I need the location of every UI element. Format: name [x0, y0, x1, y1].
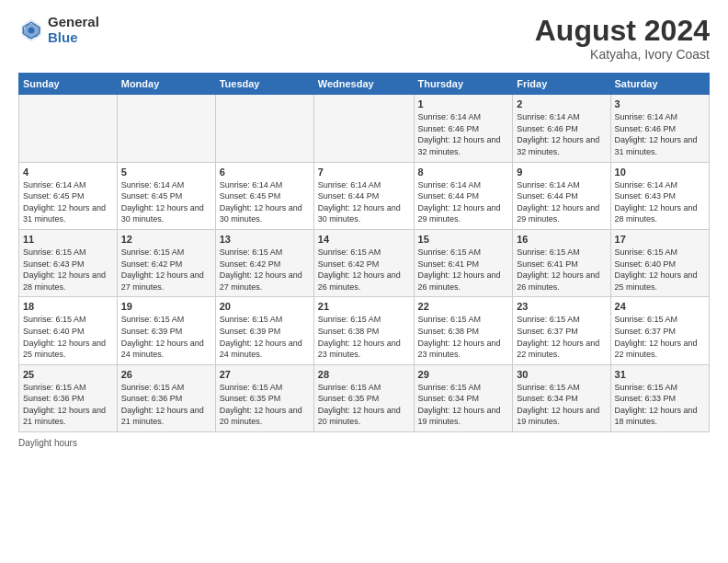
- calendar-week-row: 18Sunrise: 6:15 AM Sunset: 6:40 PM Dayli…: [19, 297, 710, 364]
- calendar-cell: 10Sunrise: 6:14 AM Sunset: 6:43 PM Dayli…: [610, 162, 709, 229]
- calendar-header: SundayMondayTuesdayWednesdayThursdayFrid…: [19, 74, 710, 95]
- cell-info-text: Sunrise: 6:15 AM Sunset: 6:35 PM Dayligh…: [318, 382, 410, 428]
- cell-info-text: Sunrise: 6:15 AM Sunset: 6:37 PM Dayligh…: [517, 314, 606, 360]
- calendar-cell: 30Sunrise: 6:15 AM Sunset: 6:34 PM Dayli…: [513, 364, 610, 431]
- cell-day-number: 4: [23, 167, 113, 178]
- svg-point-3: [28, 27, 35, 33]
- cell-day-number: 2: [517, 98, 606, 109]
- cell-day-number: 21: [318, 301, 410, 312]
- cell-day-number: 6: [220, 167, 310, 178]
- cell-day-number: 29: [418, 369, 509, 380]
- calendar-cell: [215, 95, 313, 162]
- cell-info-text: Sunrise: 6:15 AM Sunset: 6:39 PM Dayligh…: [121, 314, 211, 360]
- cell-info-text: Sunrise: 6:15 AM Sunset: 6:35 PM Dayligh…: [220, 382, 310, 428]
- calendar-cell: [313, 95, 414, 162]
- month-title: August 2024: [535, 15, 710, 47]
- logo-icon: [18, 17, 44, 43]
- cell-info-text: Sunrise: 6:15 AM Sunset: 6:42 PM Dayligh…: [318, 247, 410, 293]
- cell-day-number: 3: [615, 98, 705, 109]
- calendar-cell: 21Sunrise: 6:15 AM Sunset: 6:38 PM Dayli…: [313, 297, 414, 364]
- cell-info-text: Sunrise: 6:14 AM Sunset: 6:44 PM Dayligh…: [318, 179, 410, 225]
- logo-text: General Blue: [48, 15, 99, 45]
- title-block: August 2024 Katyaha, Ivory Coast: [535, 15, 710, 62]
- cell-day-number: 16: [517, 234, 606, 245]
- calendar-cell: 26Sunrise: 6:15 AM Sunset: 6:36 PM Dayli…: [117, 364, 215, 431]
- cell-day-number: 12: [121, 234, 211, 245]
- cell-info-text: Sunrise: 6:14 AM Sunset: 6:45 PM Dayligh…: [121, 179, 211, 225]
- calendar-cell: 23Sunrise: 6:15 AM Sunset: 6:37 PM Dayli…: [513, 297, 610, 364]
- weekday-header-monday: Monday: [117, 74, 215, 95]
- page: General Blue August 2024 Katyaha, Ivory …: [0, 0, 728, 563]
- calendar-cell: 31Sunrise: 6:15 AM Sunset: 6:33 PM Dayli…: [610, 364, 709, 431]
- cell-day-number: 31: [615, 369, 705, 380]
- logo-blue-text: Blue: [48, 30, 99, 46]
- cell-info-text: Sunrise: 6:15 AM Sunset: 6:39 PM Dayligh…: [220, 314, 310, 360]
- cell-day-number: 25: [23, 369, 113, 380]
- cell-info-text: Sunrise: 6:15 AM Sunset: 6:34 PM Dayligh…: [517, 382, 606, 428]
- calendar-table: SundayMondayTuesdayWednesdayThursdayFrid…: [18, 73, 710, 432]
- cell-info-text: Sunrise: 6:15 AM Sunset: 6:42 PM Dayligh…: [121, 247, 211, 293]
- calendar-cell: 7Sunrise: 6:14 AM Sunset: 6:44 PM Daylig…: [313, 162, 414, 229]
- cell-info-text: Sunrise: 6:14 AM Sunset: 6:46 PM Dayligh…: [517, 111, 606, 157]
- cell-info-text: Sunrise: 6:15 AM Sunset: 6:40 PM Dayligh…: [23, 314, 113, 360]
- calendar-cell: 6Sunrise: 6:14 AM Sunset: 6:45 PM Daylig…: [215, 162, 313, 229]
- cell-day-number: 22: [418, 301, 509, 312]
- cell-day-number: 18: [23, 301, 113, 312]
- cell-info-text: Sunrise: 6:15 AM Sunset: 6:41 PM Dayligh…: [418, 247, 509, 293]
- cell-day-number: 8: [418, 167, 509, 178]
- cell-day-number: 20: [220, 301, 310, 312]
- cell-info-text: Sunrise: 6:14 AM Sunset: 6:43 PM Dayligh…: [615, 179, 705, 225]
- weekday-header-thursday: Thursday: [414, 74, 513, 95]
- calendar-cell: 17Sunrise: 6:15 AM Sunset: 6:40 PM Dayli…: [610, 229, 709, 296]
- cell-info-text: Sunrise: 6:15 AM Sunset: 6:38 PM Dayligh…: [318, 314, 410, 360]
- cell-day-number: 1: [418, 98, 509, 109]
- cell-day-number: 30: [517, 369, 606, 380]
- calendar-cell: 5Sunrise: 6:14 AM Sunset: 6:45 PM Daylig…: [117, 162, 215, 229]
- cell-info-text: Sunrise: 6:14 AM Sunset: 6:45 PM Dayligh…: [220, 179, 310, 225]
- cell-info-text: Sunrise: 6:15 AM Sunset: 6:36 PM Dayligh…: [23, 382, 113, 428]
- calendar-cell: 12Sunrise: 6:15 AM Sunset: 6:42 PM Dayli…: [117, 229, 215, 296]
- calendar-body: 1Sunrise: 6:14 AM Sunset: 6:46 PM Daylig…: [19, 95, 710, 432]
- cell-info-text: Sunrise: 6:15 AM Sunset: 6:41 PM Dayligh…: [517, 247, 606, 293]
- weekday-header-friday: Friday: [513, 74, 610, 95]
- cell-info-text: Sunrise: 6:15 AM Sunset: 6:33 PM Dayligh…: [615, 382, 705, 428]
- weekday-header-saturday: Saturday: [610, 74, 709, 95]
- calendar-cell: 14Sunrise: 6:15 AM Sunset: 6:42 PM Dayli…: [313, 229, 414, 296]
- footer-note: Daylight hours: [18, 438, 710, 448]
- calendar-cell: [117, 95, 215, 162]
- cell-info-text: Sunrise: 6:15 AM Sunset: 6:34 PM Dayligh…: [418, 382, 509, 428]
- cell-day-number: 5: [121, 167, 211, 178]
- weekday-header-wednesday: Wednesday: [313, 74, 414, 95]
- header: General Blue August 2024 Katyaha, Ivory …: [18, 15, 710, 62]
- calendar-cell: 29Sunrise: 6:15 AM Sunset: 6:34 PM Dayli…: [414, 364, 513, 431]
- calendar-cell: 1Sunrise: 6:14 AM Sunset: 6:46 PM Daylig…: [414, 95, 513, 162]
- cell-day-number: 19: [121, 301, 211, 312]
- cell-day-number: 26: [121, 369, 211, 380]
- calendar-cell: [19, 95, 118, 162]
- calendar-cell: 11Sunrise: 6:15 AM Sunset: 6:43 PM Dayli…: [19, 229, 118, 296]
- calendar-cell: 3Sunrise: 6:14 AM Sunset: 6:46 PM Daylig…: [610, 95, 709, 162]
- weekday-header-sunday: Sunday: [19, 74, 118, 95]
- cell-day-number: 15: [418, 234, 509, 245]
- cell-info-text: Sunrise: 6:15 AM Sunset: 6:37 PM Dayligh…: [615, 314, 705, 360]
- calendar-cell: 15Sunrise: 6:15 AM Sunset: 6:41 PM Dayli…: [414, 229, 513, 296]
- calendar-cell: 19Sunrise: 6:15 AM Sunset: 6:39 PM Dayli…: [117, 297, 215, 364]
- cell-day-number: 27: [220, 369, 310, 380]
- calendar-cell: 9Sunrise: 6:14 AM Sunset: 6:44 PM Daylig…: [513, 162, 610, 229]
- cell-day-number: 10: [615, 167, 705, 178]
- calendar-cell: 8Sunrise: 6:14 AM Sunset: 6:44 PM Daylig…: [414, 162, 513, 229]
- cell-info-text: Sunrise: 6:15 AM Sunset: 6:36 PM Dayligh…: [121, 382, 211, 428]
- cell-day-number: 17: [615, 234, 705, 245]
- calendar-cell: 28Sunrise: 6:15 AM Sunset: 6:35 PM Dayli…: [313, 364, 414, 431]
- cell-day-number: 14: [318, 234, 410, 245]
- cell-info-text: Sunrise: 6:14 AM Sunset: 6:45 PM Dayligh…: [23, 179, 113, 225]
- cell-day-number: 28: [318, 369, 410, 380]
- cell-day-number: 11: [23, 234, 113, 245]
- cell-info-text: Sunrise: 6:14 AM Sunset: 6:46 PM Dayligh…: [418, 111, 509, 157]
- cell-day-number: 23: [517, 301, 606, 312]
- calendar-week-row: 1Sunrise: 6:14 AM Sunset: 6:46 PM Daylig…: [19, 95, 710, 162]
- weekday-header-row: SundayMondayTuesdayWednesdayThursdayFrid…: [19, 74, 710, 95]
- cell-info-text: Sunrise: 6:14 AM Sunset: 6:46 PM Dayligh…: [615, 111, 705, 157]
- cell-day-number: 13: [220, 234, 310, 245]
- cell-info-text: Sunrise: 6:15 AM Sunset: 6:42 PM Dayligh…: [220, 247, 310, 293]
